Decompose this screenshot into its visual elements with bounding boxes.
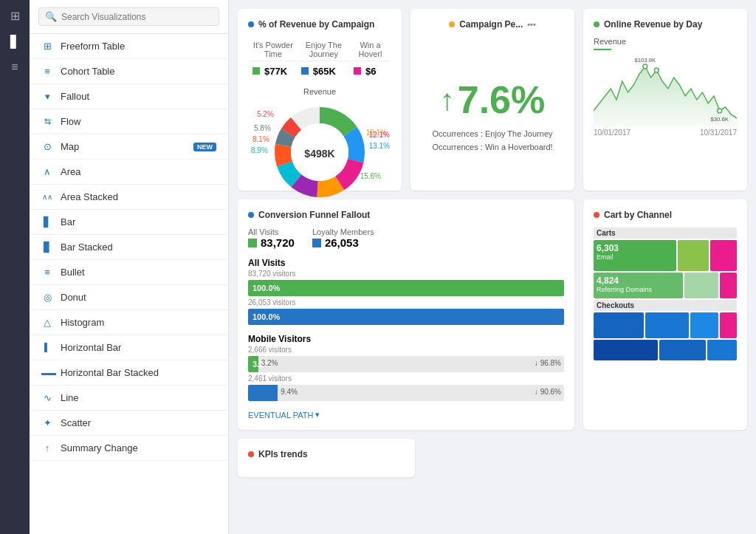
sidebar-item-donut[interactable]: ◎ Donut: [30, 285, 228, 310]
funnel-remainder-2: 9.4%: [281, 388, 298, 396]
funnel-visitor-label-1: 83,720 visitors: [248, 270, 564, 278]
treemap-block-12: [659, 340, 706, 360]
treemap-block-7: [594, 312, 644, 338]
treemap-block-8: [645, 312, 688, 338]
treemap-carts-row1: 6,303 Email: [594, 240, 737, 271]
grid-icon[interactable]: ⊞: [10, 9, 20, 23]
sidebar-item-scatter[interactable]: ✦ Scatter: [30, 411, 228, 436]
funnel-visitor-label-4: 2,461 visitors: [248, 374, 564, 383]
treemap-block-email: 6,303 Email: [594, 240, 676, 271]
treemap-block-10: [720, 312, 737, 338]
sidebar-item-horizontal-bar-stacked[interactable]: ▬▬ Horizontal Bar Stacked: [30, 360, 228, 386]
up-arrow-icon: ↑: [440, 83, 455, 117]
sidebar-item-area[interactable]: ∧ Area: [30, 160, 228, 185]
treemap-checkouts-row2: [594, 340, 737, 360]
line-chart: $103.8K $30.6K: [594, 52, 737, 126]
treemap: Carts 6,303 Email 4,824 Referring Domain…: [594, 227, 737, 360]
donut-section: Revenue: [248, 87, 391, 180]
funnel-row-all-visits: All Visits 83,720 visitors 100.0% 26,053…: [248, 258, 564, 325]
sidebar-item-bar-stacked[interactable]: ▊ Bar Stacked: [30, 235, 228, 260]
treemap-block-11: [594, 340, 658, 360]
data-point: [654, 68, 659, 72]
legend-loyalty-members: Loyalty Members 26,053: [312, 227, 374, 249]
sidebar-item-area-stacked[interactable]: ∧∧ Area Stacked: [30, 185, 228, 210]
sidebar-item-freeform-table[interactable]: ⊞ Freeform Table: [30, 34, 228, 59]
sidebar-item-summary-change[interactable]: ↑ Summary Change: [30, 436, 228, 461]
treemap-carts-row2: 4,824 Referring Domains: [594, 273, 737, 298]
sidebar-item-flow[interactable]: ⇆ Flow: [30, 109, 228, 134]
sidebar-item-map[interactable]: ⊙ Map NEW: [30, 134, 228, 160]
sidebar-item-label: Area: [61, 166, 216, 177]
sidebar-item-label: Scatter: [61, 417, 216, 428]
summary-change-icon: ↑: [41, 442, 53, 453]
sidebar-item-bullet[interactable]: ≡ Bullet: [30, 260, 228, 285]
rev-value-3: $6: [351, 63, 390, 80]
col-header-2: Enjoy The Journey: [298, 38, 349, 61]
funnel-remainder-1: 3.2%: [261, 359, 278, 367]
sidebar-item-bar[interactable]: ▋ Bar: [30, 210, 228, 235]
bar-stacked-icon: ▊: [41, 242, 53, 253]
funnel-visitor-label-3: 2,666 visitors: [248, 346, 564, 354]
revenue-table: It's Powder Time Enjoy The Journey Win a…: [248, 37, 391, 81]
sidebar-item-label: Bullet: [61, 267, 216, 278]
funnel-row-mobile: Mobile Visitors 2,666 visitors 3.2% 3.2%…: [248, 334, 564, 401]
sidebar-item-histogram[interactable]: △ Histogram: [30, 310, 228, 335]
sidebar-item-label: Map: [61, 141, 186, 152]
more-icon[interactable]: •••: [527, 20, 536, 29]
sidebar-item-fallout[interactable]: ▾ Fallout: [30, 84, 228, 109]
funnel-bar-wrap-3: 3.2% 3.2% ↓ 96.8%: [248, 356, 564, 372]
sidebar-item-label: Horizontal Bar Stacked: [61, 367, 216, 378]
treemap-block-9: [690, 312, 718, 338]
bar-chart-icon[interactable]: ▋: [10, 35, 19, 49]
donut-center-value: $498K: [304, 148, 334, 160]
treemap-label: Email: [597, 253, 614, 261]
bottom-row: KPIs trends: [238, 439, 747, 477]
max-label: $103.8K: [634, 57, 656, 64]
freeform-table-icon: ⊞: [41, 41, 53, 52]
donut-title: Revenue: [248, 87, 391, 96]
list-icon[interactable]: ≡: [11, 61, 18, 74]
eventual-path-button[interactable]: EVENTUAL PATH ▾: [248, 410, 564, 420]
search-input[interactable]: [61, 12, 213, 22]
donut-wrap: $498K: [268, 100, 371, 206]
swatch-green: [252, 67, 260, 75]
funnel-visitor-label-2: 26,053 visitors: [248, 298, 564, 307]
treemap-carts-label: Carts: [594, 227, 737, 239]
treemap-num: 4,824: [597, 275, 619, 286]
rev-value-2: $65K: [298, 63, 349, 80]
funnel-row-label: Mobile Visitors: [248, 334, 564, 344]
sidebar-item-line[interactable]: ∿ Line: [30, 386, 228, 411]
cohort-table-icon: ≡: [41, 66, 53, 77]
campaign-big-number: ↑ 7.6%: [440, 78, 546, 122]
col-header-1: It's Powder Time: [250, 38, 297, 61]
sidebar-item-horizontal-bar[interactable]: ▬ Horizontal Bar: [30, 335, 228, 360]
online-revenue-card: Online Revenue by Day Revenue: [583, 9, 747, 191]
treemap-checkouts-label: Checkouts: [594, 300, 737, 311]
treemap-block-13: [707, 340, 737, 360]
new-badge: NEW: [193, 143, 216, 151]
funnel-drop-1: ↓ 96.8%: [535, 359, 561, 367]
funnel-title: Conversion Funnel Fallout: [248, 210, 564, 220]
kpis-trends-card: KPIs trends: [238, 439, 415, 477]
title-dot: [248, 451, 254, 457]
chevron-down-icon: ▾: [315, 410, 320, 420]
viz-list: ⊞ Freeform Table ≡ Cohort Table ▾ Fallou…: [30, 34, 228, 534]
line-icon: ∿: [41, 392, 53, 403]
sidebar-item-label: Freeform Table: [61, 41, 216, 52]
sidebar-item-label: Fallout: [61, 91, 216, 102]
funnel-bar-mobile-blue: [248, 385, 278, 401]
cart-by-channel-card: Cart by Channel Carts 6,303 Email 4,824 …: [583, 199, 747, 430]
campaign-labels: Occurrences : Enjoy The Journey Occurren…: [432, 128, 552, 154]
treemap-block-3: [710, 240, 737, 271]
min-label: $30.6K: [710, 116, 729, 123]
online-rev-title: Online Revenue by Day: [594, 19, 737, 30]
kpis-title: KPIs trends: [248, 449, 405, 459]
bar-icon: ▋: [41, 216, 53, 227]
sidebar-item-cohort-table[interactable]: ≡ Cohort Table: [30, 59, 228, 84]
title-dot-green: [594, 21, 599, 27]
rev-value-1: $77K: [250, 63, 297, 80]
flow-icon: ⇆: [41, 117, 53, 126]
legend-swatch-green: [248, 239, 257, 247]
search-input-wrap[interactable]: 🔍: [38, 7, 219, 26]
scatter-icon: ✦: [41, 417, 53, 428]
